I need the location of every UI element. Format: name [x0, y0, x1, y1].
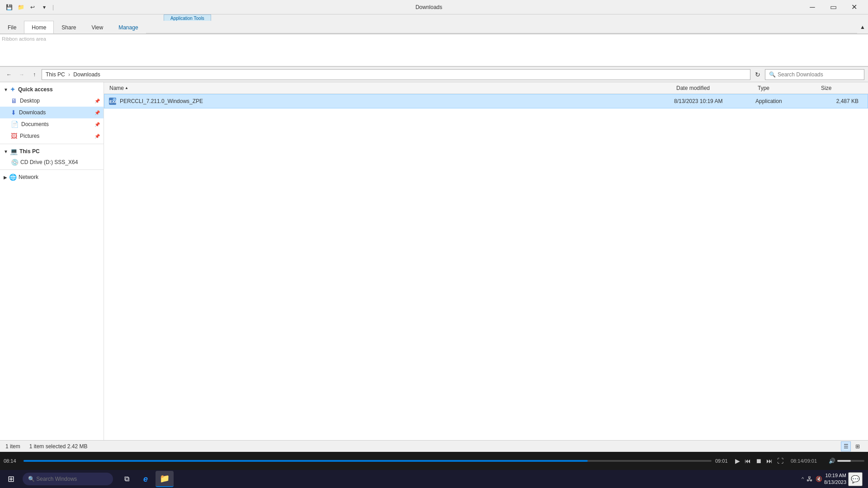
start-button[interactable]: ⊞ — [2, 470, 20, 488]
search-input[interactable] — [778, 71, 860, 78]
selection-info: 1 item selected 2.42 MB — [29, 443, 88, 450]
taskbar-pinned-apps: ⧉ e 📁 — [118, 471, 174, 487]
taskbar-explorer-button[interactable]: 📁 — [156, 471, 174, 487]
media-extra-time: 08:14/09:01 — [791, 458, 827, 464]
pin-icon-documents: 📌 — [94, 122, 100, 127]
save-button[interactable]: 💾 — [4, 2, 14, 13]
media-progress-bar[interactable] — [24, 460, 712, 462]
close-button[interactable]: ✕ — [844, 0, 864, 14]
task-view-icon: ⧉ — [124, 475, 129, 483]
media-volume-section: 08:14/09:01 🔊 — [791, 458, 864, 464]
refresh-button[interactable]: ↻ — [752, 69, 763, 80]
media-time-start: 08:14 — [4, 458, 20, 464]
ribbon-content: Ribbon actions area — [2, 36, 46, 42]
tab-view[interactable]: View — [84, 21, 111, 33]
sidebar-item-documents[interactable]: 📄 Documents 📌 — [0, 118, 104, 130]
sidebar-this-pc-header[interactable]: ▼ 💻 This PC — [0, 146, 104, 157]
network-tray-icon: 🖧 — [807, 475, 813, 483]
breadcrumb-this-pc[interactable]: This PC — [46, 71, 65, 78]
file-date: 8/13/2023 10:19 AM — [674, 98, 755, 104]
taskbar-right: ^ 🖧 🔇 10:19 AM 8/13/2023 💬 — [802, 472, 866, 486]
speaker-tray-icon: 🔇 — [816, 476, 822, 482]
forward-button[interactable]: → — [16, 69, 27, 80]
file-size: 2,487 KB — [819, 98, 864, 104]
status-right: ☰ ⊞ — [841, 441, 863, 451]
col-header-type[interactable]: Type — [756, 85, 819, 91]
tab-share[interactable]: Share — [54, 21, 84, 33]
cd-label: CD Drive (D:) SSS_X64 — [20, 159, 78, 165]
context-tab-label: Application Tools — [164, 14, 211, 21]
sidebar-divider-1 — [0, 144, 104, 144]
new-folder-button[interactable]: 📁 — [15, 2, 26, 13]
sidebar-item-desktop[interactable]: 🖥 Desktop 📌 — [0, 95, 104, 107]
system-clock[interactable]: 10:19 AM 8/13/2023 — [824, 472, 846, 486]
clock-date: 8/13/2023 — [824, 479, 846, 486]
col-header-name[interactable]: Name ▲ — [108, 85, 675, 91]
media-next-button[interactable]: ⏭ — [764, 455, 774, 466]
tab-home[interactable]: Home — [24, 21, 54, 33]
maximize-button[interactable]: ▭ — [823, 0, 844, 14]
col-header-size[interactable]: Size — [819, 85, 864, 91]
downloads-icon: ⬇ — [11, 109, 16, 116]
breadcrumb-downloads[interactable]: Downloads — [73, 71, 100, 78]
large-icons-view-button[interactable]: ⊞ — [853, 441, 863, 451]
details-view-button[interactable]: ☰ — [841, 441, 851, 451]
quick-access-label: Quick access — [18, 86, 53, 93]
network-icon: 🌐 — [9, 174, 17, 181]
context-tab-row: Application Tools — [0, 14, 868, 21]
pictures-icon: 🖼 — [11, 132, 17, 140]
up-button[interactable]: ↑ — [29, 69, 40, 80]
taskbar-search-container — [23, 473, 113, 485]
tab-file[interactable]: File — [0, 21, 24, 33]
taskbar: ⊞ ⧉ e 📁 ^ 🖧 🔇 10:19 AM 8/13/2023 💬 — [0, 470, 868, 488]
taskbar-task-view-button[interactable]: ⧉ — [118, 471, 136, 487]
media-progress-fill — [24, 460, 588, 462]
sidebar-documents-label: Documents — [21, 121, 49, 127]
file-area: Name ▲ Date modified Type Size — [104, 82, 868, 440]
tab-manage[interactable]: Manage — [111, 21, 146, 33]
media-play-button[interactable]: ▶ — [733, 455, 742, 466]
volume-bar[interactable] — [837, 460, 864, 462]
ie-icon: e — [143, 474, 148, 484]
file-name-cell: EXE ⚙ PERCCLI_7.211.0_Windows_ZPE — [108, 97, 674, 106]
qa-dropdown-button[interactable]: ▾ — [39, 2, 50, 13]
media-fullscreen-button[interactable]: ⛶ — [775, 455, 785, 466]
sidebar-desktop-label: Desktop — [20, 98, 40, 104]
network-label: Network — [19, 174, 38, 180]
file-exe-icon: EXE ⚙ — [108, 97, 117, 106]
sidebar-downloads-label: Downloads — [19, 109, 46, 116]
minimize-button[interactable]: ─ — [802, 0, 823, 14]
ribbon-bar: Ribbon actions area — [0, 34, 868, 67]
network-chevron-icon: ▶ — [4, 175, 7, 180]
sidebar-item-network[interactable]: ▶ 🌐 Network — [0, 172, 104, 183]
show-hidden-button[interactable]: ^ — [802, 476, 804, 482]
sidebar-item-cd[interactable]: 💿 CD Drive (D:) SSS_X64 — [0, 157, 104, 168]
sidebar-divider-2 — [0, 169, 104, 170]
tabs-container: Application Tools File Home Share View M… — [0, 14, 868, 34]
sidebar: ▼ ✦ Quick access 🖥 Desktop 📌 ⬇ Downloads… — [0, 82, 104, 440]
explorer-icon: 📁 — [160, 474, 170, 483]
notification-button[interactable]: 💬 — [848, 472, 863, 486]
table-row[interactable]: EXE ⚙ PERCCLI_7.211.0_Windows_ZPE 8/13/2… — [104, 94, 868, 108]
sidebar-quick-access-header[interactable]: ▼ ✦ Quick access — [0, 84, 104, 95]
media-prev-button[interactable]: ⏮ — [743, 455, 753, 466]
ribbon-collapse-button[interactable]: ▲ — [857, 24, 868, 30]
cd-icon: 💿 — [11, 159, 19, 166]
main-layout: ▼ ✦ Quick access 🖥 Desktop 📌 ⬇ Downloads… — [0, 82, 868, 440]
file-type: Application — [755, 98, 819, 104]
taskbar-ie-button[interactable]: e — [137, 471, 155, 487]
sidebar-item-pictures[interactable]: 🖼 Pictures 📌 — [0, 130, 104, 142]
status-left: 1 item 1 item selected 2.42 MB — [5, 443, 87, 450]
address-bar[interactable]: This PC › Downloads — [42, 69, 750, 80]
media-bar: 08:14 09:01 ▶ ⏮ ⏹ ⏭ ⛶ 08:14/09:01 🔊 — [0, 452, 868, 470]
sidebar-item-downloads[interactable]: ⬇ Downloads 📌 — [0, 107, 104, 118]
title-bar: 💾 📁 ↩ ▾ | Downloads ─ ▭ ✕ — [0, 0, 868, 14]
undo-button[interactable]: ↩ — [27, 2, 38, 13]
documents-icon: 📄 — [11, 121, 19, 128]
file-name: PERCCLI_7.211.0_Windows_ZPE — [120, 98, 203, 104]
media-stop-button[interactable]: ⏹ — [754, 455, 764, 466]
pin-icon-downloads: 📌 — [94, 110, 100, 115]
back-button[interactable]: ← — [4, 69, 14, 80]
col-header-date[interactable]: Date modified — [675, 85, 756, 91]
taskbar-search-input[interactable] — [23, 473, 113, 485]
